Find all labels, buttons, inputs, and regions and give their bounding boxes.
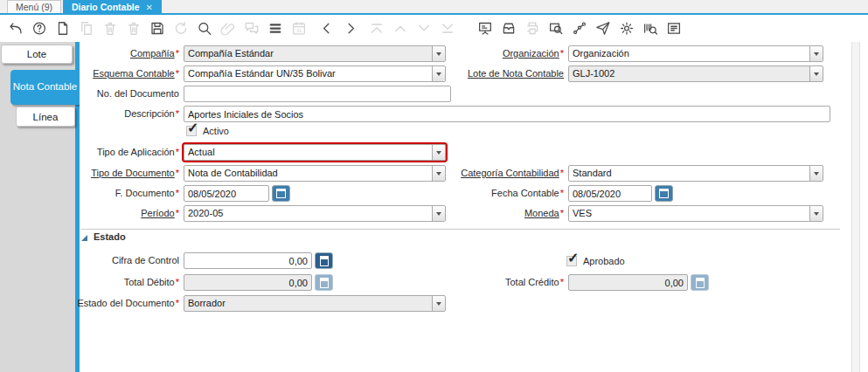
delete-record-icon: [102, 20, 118, 37]
chevron-down-icon[interactable]: [809, 166, 823, 181]
document-report-icon[interactable]: [666, 20, 682, 37]
organizacion-label[interactable]: Organización*: [409, 47, 564, 60]
aprobado-checkbox[interactable]: ✓ Aprobado: [566, 254, 625, 268]
detail-record-icon: [416, 20, 432, 37]
moneda-select[interactable]: VES: [568, 205, 823, 222]
categoria-contabilidad-select[interactable]: Standard: [568, 165, 823, 182]
cifra-control-label: Cifra de Control: [48, 254, 179, 267]
estado-documento-select[interactable]: Borrador: [184, 295, 446, 312]
fecha-contable-calendar-button[interactable]: [655, 185, 673, 202]
barcode-scan-icon[interactable]: [642, 20, 658, 37]
parent-record-icon: [392, 20, 408, 37]
print-icon: [524, 20, 540, 37]
fecha-contable-label: Fecha Contable*: [409, 187, 564, 200]
vertical-scrollbar[interactable]: [851, 42, 860, 372]
tab-menu[interactable]: Menú (9): [7, 0, 61, 13]
f-documento-input[interactable]: [184, 185, 269, 202]
checkmark-icon: ✓: [567, 250, 579, 266]
organizacion-select[interactable]: Organización: [568, 45, 823, 62]
fecha-contable-input[interactable]: [568, 185, 652, 202]
archive-icon[interactable]: [501, 20, 517, 37]
estado-documento-label: Estado del Documento*: [48, 297, 179, 310]
chevron-down-icon[interactable]: [432, 145, 445, 160]
checkmark-icon: ✓: [187, 120, 198, 136]
estado-group-label: Estado: [94, 231, 126, 242]
calculator-icon: [696, 278, 705, 288]
attachment-icon: [220, 20, 236, 37]
grid-toggle-icon[interactable]: [267, 20, 283, 37]
tipo-aplicacion-select[interactable]: Actual: [184, 144, 446, 161]
descripcion-label: Descripción*: [48, 107, 179, 121]
esquema-contable-select[interactable]: Compañía Estándar UN/35 Bolivar: [184, 65, 446, 82]
report-icon[interactable]: [477, 20, 493, 37]
lote-nota-contable-label[interactable]: Lote de Nota Contable: [409, 67, 564, 80]
esquema-contable-label[interactable]: Esquema Contable*: [48, 67, 179, 80]
workflow-icon[interactable]: [572, 20, 587, 37]
calculator-icon: [320, 278, 329, 288]
tipo-documento-select[interactable]: Nota de Contabilidad: [184, 165, 446, 182]
close-tab-icon[interactable]: ✕: [146, 3, 153, 12]
cifra-control-calculator-button[interactable]: [315, 252, 333, 269]
save-icon[interactable]: [149, 20, 165, 37]
no-documento-input[interactable]: [184, 86, 451, 102]
calculator-icon: [320, 256, 329, 266]
no-documento-label: No. del Documento: [48, 87, 179, 100]
descripcion-input[interactable]: [184, 106, 830, 122]
activo-checkbox[interactable]: ✓ Activo: [186, 124, 229, 138]
undo-icon[interactable]: [8, 20, 24, 37]
chat-icon: [244, 20, 260, 37]
new-record-icon[interactable]: [55, 20, 71, 37]
f-documento-calendar-button[interactable]: [272, 185, 290, 202]
total-debito-label: Total Débito*: [48, 276, 179, 289]
window-tabbar: Menú (9) Diario Contable ✕: [0, 0, 868, 15]
delete-selection-icon: [126, 20, 142, 37]
cifra-control-input[interactable]: [184, 252, 312, 269]
chevron-down-icon[interactable]: [809, 66, 823, 81]
tab-diario-contable[interactable]: Diario Contable ✕: [63, 0, 162, 13]
tipo-aplicacion-label: Tipo de Aplicación*: [48, 146, 179, 159]
send-request-icon[interactable]: [595, 20, 611, 37]
compania-select[interactable]: Compañía Estándar: [184, 45, 446, 62]
activo-label: Activo: [203, 126, 229, 136]
diario-contable-window: Menú (9) Diario Contable ✕ Lote Nota Con…: [0, 0, 868, 372]
aprobado-label: Aprobado: [583, 256, 625, 266]
calendar-icon: [659, 189, 669, 198]
refresh-icon: [173, 20, 189, 37]
chevron-down-icon[interactable]: [809, 206, 823, 221]
first-record-icon: [369, 20, 385, 37]
last-record-icon: [440, 20, 455, 37]
lote-nota-contable-select[interactable]: GLJ-1002: [568, 65, 823, 82]
copy-record-icon: [79, 20, 94, 37]
toolbar: [0, 15, 868, 42]
f-documento-label: F. Documento*: [48, 187, 179, 200]
total-credito-label: Total Crédito*: [409, 276, 564, 289]
group-separator: [81, 229, 840, 230]
chevron-down-icon[interactable]: [432, 296, 445, 311]
settings-icon[interactable]: [619, 20, 635, 37]
previous-record-icon[interactable]: [319, 20, 335, 37]
collapse-group-icon[interactable]: [81, 235, 87, 241]
moneda-label[interactable]: Moneda*: [409, 207, 564, 220]
help-icon[interactable]: [31, 20, 47, 37]
total-credito-input: [568, 274, 688, 291]
total-credito-calculator-button: [691, 274, 709, 291]
next-record-icon[interactable]: [343, 20, 358, 37]
find-icon[interactable]: [197, 20, 212, 37]
periodo-label[interactable]: Período*: [48, 207, 179, 220]
calendar-icon: [276, 189, 286, 198]
total-debito-input: [184, 274, 312, 291]
categoria-contabilidad-label[interactable]: Categoría Contabilidad*: [409, 167, 564, 180]
zoom-window-icon[interactable]: [548, 20, 564, 37]
total-debito-calculator-button: [315, 274, 333, 291]
calendar-icon: [291, 20, 307, 37]
periodo-select[interactable]: 2020-05: [184, 205, 446, 222]
tipo-documento-label[interactable]: Tipo de Documento*: [48, 167, 179, 180]
chevron-down-icon[interactable]: [809, 46, 823, 61]
compania-label[interactable]: Compañía*: [48, 47, 179, 60]
